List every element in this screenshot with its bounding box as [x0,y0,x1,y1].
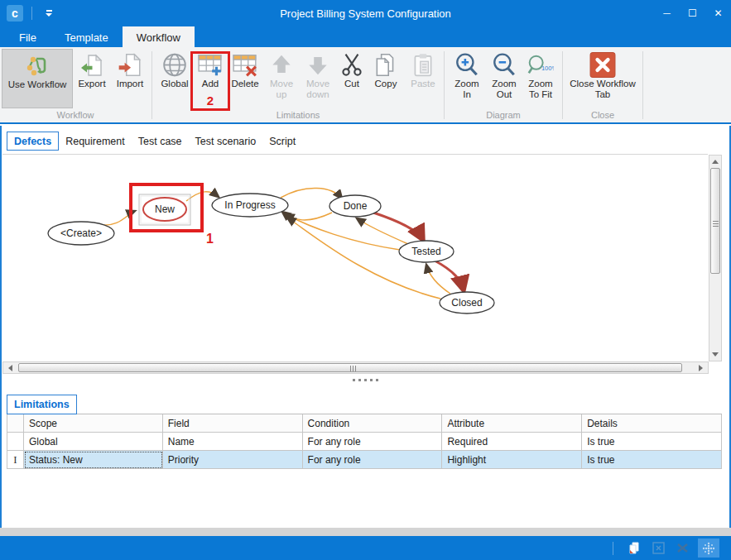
cell-attribute[interactable]: Required [442,433,582,451]
frame-bottom [0,528,731,536]
use-workflow-label: Use Workflow [8,79,67,90]
ribbon-separator [151,51,152,119]
column-header-details[interactable]: Details [582,414,722,433]
node-create[interactable]: <Create> [48,222,114,245]
frame-border [0,126,2,528]
zoom-in-icon [454,51,480,79]
scroll-down-icon[interactable] [710,349,720,360]
workflow-diagram-canvas[interactable]: <Create> New In Progress Done [2,154,708,361]
limitations-table: Scope Field Condition Attribute Details … [7,414,722,469]
close-workflow-label: Close Workflow Tab [568,79,637,100]
copy-button[interactable]: Copy [367,49,405,108]
cell-field[interactable]: Priority [163,451,303,469]
pane-splitter[interactable] [0,376,731,384]
vertical-scrollbar[interactable] [709,155,722,361]
scroll-up-icon[interactable] [710,156,720,167]
paste-button: Paste [405,49,441,108]
pages-icon[interactable] [626,540,642,557]
column-header-field[interactable]: Field [163,414,303,433]
svg-text:New: New [155,203,175,215]
ribbon-separator [562,51,563,119]
group-label-close: Close [564,109,642,122]
cell-scope[interactable]: Status: New [24,451,163,469]
close-workflow-tab-button[interactable]: Close Workflow Tab [565,49,640,108]
cut-button[interactable]: Cut [337,49,367,108]
row-selector-cursor[interactable]: I [7,451,24,469]
cell-condition[interactable]: For any role [303,433,443,451]
cut-label: Cut [344,79,359,89]
ribbon-group-diagram: Zoom In Zoom Out 100% Z [445,47,561,122]
app-icon[interactable]: c [7,5,23,22]
horizontal-scroll-thumb[interactable] [18,363,682,372]
horizontal-scrollbar[interactable] [2,361,709,374]
move-down-button: Move down [299,49,337,108]
add-table-icon [197,51,224,79]
scroll-right-icon[interactable] [695,363,707,372]
tab-script[interactable]: Script [262,132,302,150]
column-header-attribute[interactable]: Attribute [442,414,582,433]
ribbon-group-workflow: Use Workflow Export [0,47,151,122]
import-icon [117,51,143,79]
tab-requirement[interactable]: Requirement [59,132,132,150]
move-down-icon [305,51,331,79]
scroll-left-icon[interactable] [4,363,17,372]
zoom-in-label: Zoom In [450,79,484,100]
cell-attribute[interactable]: Highlight [442,451,582,469]
zoom-in-button[interactable]: Zoom In [447,49,487,108]
delete-button[interactable]: Delete [226,49,264,108]
zoom-to-fit-button[interactable]: 100% Zoom To Fit [522,49,560,108]
minimize-button[interactable]: ─ [654,0,680,26]
node-tested[interactable]: Tested [399,241,454,262]
column-header-condition[interactable]: Condition [303,414,443,433]
vertical-scroll-thumb[interactable] [710,168,720,274]
snap-grid-icon[interactable] [698,538,719,558]
maximize-button[interactable]: ☐ [680,0,705,26]
tab-workflow[interactable]: Workflow [123,26,195,47]
quick-access-arrow-icon[interactable] [41,5,57,22]
node-done[interactable]: Done [329,195,381,217]
move-up-button: Move up [264,49,299,108]
annotation-number-1: 1 [206,232,214,246]
cell-details[interactable]: Is true [582,433,722,451]
svg-text:Tested: Tested [411,246,440,257]
zoom-to-fit-label: Zoom To Fit [524,79,557,100]
node-new[interactable]: New [139,194,190,225]
tab-test-case[interactable]: Test case [132,132,189,150]
zoom-to-fit-icon: 100% [527,51,554,79]
node-in-progress[interactable]: In Progress [212,194,288,217]
checkbox-x-icon[interactable] [650,540,666,557]
svg-text:Closed: Closed [451,297,482,309]
ribbon-group-limitations: Global Add 2 [153,47,443,122]
cell-field[interactable]: Name [163,433,303,451]
tab-template[interactable]: Template [50,26,123,47]
cell-details[interactable]: Is true [582,451,722,469]
export-button[interactable]: Export [73,49,111,108]
export-label: Export [78,79,105,89]
row-selector[interactable] [7,433,24,451]
tab-limitations[interactable]: Limitations [7,395,77,414]
add-button[interactable]: Add [195,49,226,108]
node-closed[interactable]: Closed [440,292,494,314]
import-button[interactable]: Import [111,49,149,108]
cell-scope[interactable]: Global [24,433,163,451]
row-selector-header[interactable] [7,414,24,433]
column-header-scope[interactable]: Scope [24,414,163,433]
group-label-limitations: Limitations [153,109,443,122]
close-button[interactable]: ✕ [705,0,731,26]
cell-condition[interactable]: For any role [303,451,443,469]
tab-defects[interactable]: Defects [7,132,59,151]
zoom-badge: 100% [541,65,554,72]
global-button[interactable]: Global [155,49,195,108]
status-bar [0,536,731,560]
use-workflow-button[interactable]: Use Workflow [2,49,73,108]
zoom-out-button[interactable]: Zoom Out [487,49,522,108]
svg-text:Done: Done [344,200,368,212]
dismiss-icon[interactable] [674,540,690,557]
tab-test-scenario[interactable]: Test scenario [189,132,263,150]
export-icon [79,51,105,79]
table-row-selected: I Status: New Priority For any role High… [7,451,722,469]
move-up-label: Move up [267,79,296,100]
table-row: Global Name For any role Required Is tru… [7,433,722,451]
paste-icon [410,51,436,79]
tab-file[interactable]: File [5,26,50,47]
